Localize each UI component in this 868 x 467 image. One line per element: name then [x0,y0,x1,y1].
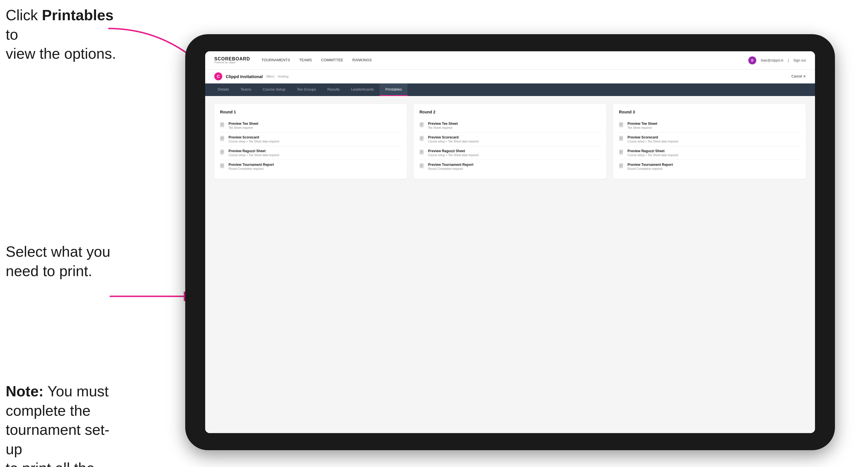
main-content: Round 1 Preview Tee Sheet [205,96,815,433]
r3-raguzzi-text: Preview Raguzzi Sheet Course setup + Tee… [627,149,678,157]
tab-details[interactable]: Details [212,84,235,96]
separator: | [788,58,789,62]
r1-tee-sheet-subtitle: Tee Sheet required [228,126,258,129]
nav-teams[interactable]: TEAMS [299,57,312,64]
r2-tee-sheet[interactable]: Preview Tee Sheet Tee Sheet required [420,119,601,132]
document-icon [220,122,226,129]
r2-doc-icon-4 [420,163,425,170]
r2-raguzzi-subtitle: Course setup + Tee Sheet data required [428,154,478,157]
round-2-section: Round 2 Preview Tee Sheet Tee Sheet requ… [414,104,607,179]
r2-tournament-report[interactable]: Preview Tournament Report Round Completi… [420,160,601,173]
tournament-header: C Clippd Invitational (Men) Hosting Canc… [205,69,815,84]
r1-raguzzi-title: Preview Raguzzi Sheet [228,149,279,153]
cancel-button[interactable]: Cancel ✕ [792,74,806,79]
annotation-middle: Select what youneed to print. [6,242,114,281]
r3-doc-icon-3 [619,150,625,156]
tab-teams[interactable]: Teams [235,84,257,96]
tournament-name: Clippd Invitational [226,74,263,79]
round-1-title: Round 1 [220,110,401,114]
rounds-container: Round 1 Preview Tee Sheet [214,104,806,179]
r2-tee-sheet-title: Preview Tee Sheet [428,122,458,126]
sign-out-link[interactable]: Sign out [793,58,806,62]
round-2-title: Round 2 [420,110,601,114]
r1-scorecard-text: Preview Scorecard Course setup + Tee She… [228,135,279,143]
r1-scorecard-subtitle: Course setup + Tee Sheet data required [228,140,279,143]
round-3-title: Round 3 [619,110,800,114]
tab-leaderboards[interactable]: Leaderboards [345,84,379,96]
hosting-status: Hosting [278,75,288,78]
r1-scorecard-title: Preview Scorecard [228,135,279,139]
r1-tee-sheet[interactable]: Preview Tee Sheet Tee Sheet required [220,119,401,132]
tab-results[interactable]: Results [322,84,345,96]
tablet-frame: SCOREBOARD Powered by clippd TOURNAMENTS… [185,34,835,450]
top-nav: SCOREBOARD Powered by clippd TOURNAMENTS… [205,51,815,69]
r1-tee-sheet-text: Preview Tee Sheet Tee Sheet required [228,122,258,129]
nav-tournaments[interactable]: TOURNAMENTS [261,57,290,64]
r1-tee-sheet-title: Preview Tee Sheet [228,122,258,126]
printables-bold: Printables [42,7,114,23]
tablet-screen: SCOREBOARD Powered by clippd TOURNAMENTS… [205,51,815,433]
logo-subtitle: Powered by clippd [214,61,250,64]
r1-raguzzi-text: Preview Raguzzi Sheet Course setup + Tee… [228,149,279,157]
round-3-section: Round 3 Preview Tee Sheet Tee Sheet requ… [613,104,806,179]
r3-report-text: Preview Tournament Report Round Completi… [627,163,673,170]
r2-tee-sheet-text: Preview Tee Sheet Tee Sheet required [428,122,458,129]
r2-scorecard-title: Preview Scorecard [428,135,478,139]
r3-doc-icon-1 [619,122,625,129]
r2-doc-icon-3 [420,150,425,156]
r3-tee-sheet-text: Preview Tee Sheet Tee Sheet required [627,122,657,129]
r3-scorecard-text: Preview Scorecard Course setup + Tee She… [627,135,678,143]
user-email: blair@clippd.io [761,58,783,62]
annotation-bottom: Note: You mustcomplete thetournament set… [6,382,125,467]
r3-scorecard-title: Preview Scorecard [627,135,678,139]
r2-doc-icon-1 [420,122,425,129]
r3-raguzzi[interactable]: Preview Raguzzi Sheet Course setup + Tee… [619,146,800,160]
tournament-category: (Men) [266,75,274,78]
tournament-title: C Clippd Invitational (Men) Hosting [214,72,288,80]
document-icon-3 [220,150,226,156]
tab-bar: Details Teams Course Setup Tee Groups Re… [205,84,815,96]
r3-doc-icon-2 [619,136,625,143]
r3-tee-sheet-subtitle: Tee Sheet required [627,126,657,129]
note-bold: Note: [6,383,43,400]
r2-scorecard[interactable]: Preview Scorecard Course setup + Tee She… [420,132,601,146]
r2-report-subtitle: Round Completion required [428,167,473,170]
r2-doc-icon-2 [420,136,425,143]
avatar: B [748,56,756,64]
r3-tournament-report[interactable]: Preview Tournament Report Round Completi… [619,160,800,173]
nav-committee[interactable]: COMMITTEE [321,57,343,64]
r2-report-text: Preview Tournament Report Round Completi… [428,163,473,170]
r2-raguzzi[interactable]: Preview Raguzzi Sheet Course setup + Tee… [420,146,601,160]
r3-doc-icon-4 [619,163,625,170]
r1-scorecard[interactable]: Preview Scorecard Course setup + Tee She… [220,132,401,146]
document-icon-4 [220,163,226,170]
r3-tee-sheet-title: Preview Tee Sheet [627,122,657,126]
r2-report-title: Preview Tournament Report [428,163,473,167]
r3-raguzzi-title: Preview Raguzzi Sheet [627,149,678,153]
tab-tee-groups[interactable]: Tee Groups [291,84,322,96]
nav-rankings[interactable]: RANKINGS [352,57,372,64]
r3-raguzzi-subtitle: Course setup + Tee Sheet data required [627,154,678,157]
nav-right: B blair@clippd.io | Sign out [748,56,806,64]
r1-report-text: Preview Tournament Report Round Completi… [228,163,274,170]
r2-scorecard-text: Preview Scorecard Course setup + Tee She… [428,135,478,143]
r3-report-subtitle: Round Completion required [627,167,673,170]
nav-links: TOURNAMENTS TEAMS COMMITTEE RANKINGS [261,57,372,64]
r3-report-title: Preview Tournament Report [627,163,673,167]
r1-report-title: Preview Tournament Report [228,163,274,167]
tab-course-setup[interactable]: Course Setup [257,84,291,96]
r2-scorecard-subtitle: Course setup + Tee Sheet data required [428,140,478,143]
r2-raguzzi-text: Preview Raguzzi Sheet Course setup + Tee… [428,149,478,157]
scoreboard-logo: SCOREBOARD Powered by clippd [214,57,250,64]
r3-tee-sheet[interactable]: Preview Tee Sheet Tee Sheet required [619,119,800,132]
r1-tournament-report[interactable]: Preview Tournament Report Round Completi… [220,160,401,173]
r2-raguzzi-title: Preview Raguzzi Sheet [428,149,478,153]
tournament-logo: C [214,72,222,80]
r3-scorecard[interactable]: Preview Scorecard Course setup + Tee She… [619,132,800,146]
tab-printables[interactable]: Printables [379,84,407,96]
document-icon-2 [220,136,226,143]
round-1-section: Round 1 Preview Tee Sheet [214,104,407,179]
r2-tee-sheet-subtitle: Tee Sheet required [428,126,458,129]
r3-scorecard-subtitle: Course setup + Tee Sheet data required [627,140,678,143]
r1-raguzzi[interactable]: Preview Raguzzi Sheet Course setup + Tee… [220,146,401,160]
